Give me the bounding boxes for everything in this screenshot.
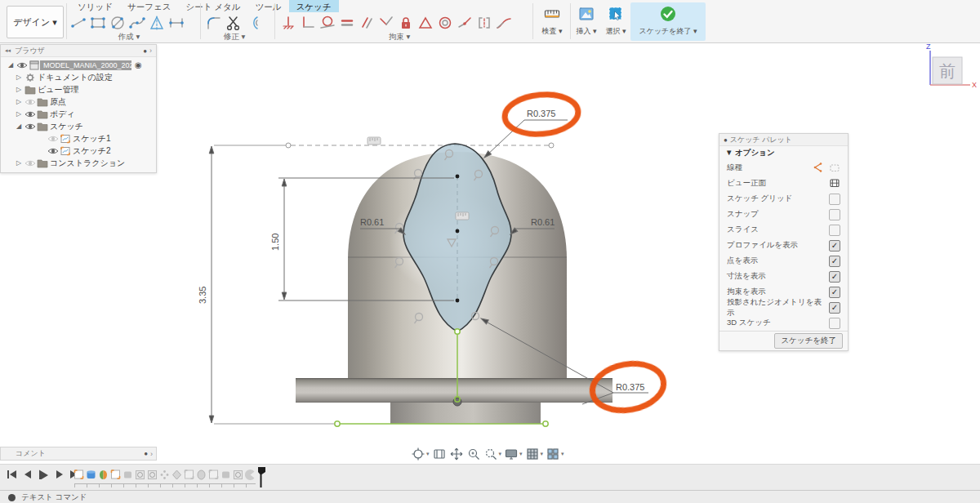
go-to-start-button[interactable] (7, 470, 17, 479)
timeline-feature-pattern-gray[interactable] (159, 469, 170, 481)
browser-panel-header[interactable]: ◂◂ ブラウザ ● › (1, 45, 156, 57)
circle-tool-icon[interactable] (108, 12, 127, 33)
スケッチ グリッド-checkbox[interactable] (829, 194, 840, 205)
coincident-tool-icon[interactable] (376, 12, 396, 33)
root-component-label[interactable]: MODEL_MANIA_2000_2021061'... (40, 60, 131, 70)
display-settings-dropdown-caret[interactable]: ▾ (519, 451, 523, 457)
timeline-feature-sketch[interactable] (74, 469, 84, 481)
eye-icon[interactable] (24, 122, 36, 131)
equal-tool-icon[interactable] (337, 12, 357, 33)
browser-item-スケッチ2[interactable]: スケッチ2 (1, 145, 156, 157)
pan-button[interactable] (449, 447, 464, 461)
browser-item-ビュー管理[interactable]: ▷ビュー管理 (1, 83, 156, 96)
text-command-icon[interactable] (8, 494, 16, 501)
panel-options-icon[interactable]: ● (724, 136, 728, 144)
select-button[interactable]: 選択 ▾ (601, 2, 630, 41)
dimension-badge[interactable] (368, 137, 381, 145)
timeline-playhead[interactable] (256, 467, 266, 487)
timeline-feature-sketch-gray[interactable] (184, 469, 194, 481)
spline-tool-icon[interactable] (127, 12, 147, 33)
dimension-tool-icon[interactable] (167, 12, 186, 33)
lock-tool-icon[interactable] (396, 12, 416, 33)
timeline-feature-circle-gray[interactable] (135, 469, 145, 481)
constrain-group-label[interactable]: 拘束 ▾ (389, 32, 410, 42)
collapsed-triangle-icon[interactable]: ▷ (14, 73, 24, 81)
construction-endpoint[interactable] (286, 143, 291, 148)
eye-off-icon[interactable] (24, 158, 36, 168)
点を表示-checkbox[interactable]: ✓ (829, 256, 840, 267)
collapsed-triangle-icon[interactable]: ▷ (14, 110, 24, 118)
timeline-feature-revolve-gray[interactable] (196, 469, 207, 481)
スナップ-checkbox[interactable] (829, 209, 840, 220)
timeline-feature-box-gray[interactable] (122, 469, 133, 481)
zoom-button[interactable] (466, 447, 481, 461)
options-section-header[interactable]: ▼ オプション (719, 146, 848, 160)
grid-settings-dropdown-caret[interactable]: ▾ (541, 451, 544, 457)
midpoint-tool-icon[interactable] (455, 12, 474, 33)
expanded-triangle-icon[interactable]: ◢ (14, 122, 24, 130)
collinear-tool-icon[interactable] (474, 12, 494, 33)
step-forward-button[interactable] (55, 470, 64, 479)
tab-ソリッド[interactable]: ソリッド (70, 0, 120, 12)
tab-スケッチ[interactable]: スケッチ (289, 0, 339, 12)
browser-item-ドキュメントの設定[interactable]: ▷ドキュメントの設定 (1, 71, 156, 83)
parallel-tool-icon[interactable] (357, 12, 376, 33)
construction-endpoint[interactable] (549, 143, 554, 148)
step-back-button[interactable] (23, 470, 32, 479)
eye-off-icon[interactable] (24, 97, 36, 107)
tab-サーフェス[interactable]: サーフェス (120, 0, 178, 12)
comments-panel-header[interactable]: コメント ● › (0, 447, 157, 461)
design-workspace-menu[interactable]: デザイン ▾ (7, 6, 64, 38)
orbit-button[interactable]: ▾ (411, 447, 430, 461)
display-settings-button[interactable]: ▾ (504, 447, 523, 461)
viewcube-face-label[interactable]: 前 (939, 62, 956, 80)
プロファイルを表示-checkbox[interactable]: ✓ (829, 240, 840, 252)
tab-シート メタル[interactable]: シート メタル (178, 0, 247, 12)
browser-item-スケッチ1[interactable]: スケッチ1 (1, 132, 156, 145)
browser-item-コンストラクション[interactable]: ▷コンストラクション (1, 157, 156, 169)
offset-tool-icon[interactable] (243, 12, 263, 33)
viewports-button[interactable]: ▾ (546, 447, 564, 461)
browser-root-row[interactable]: ◢ MODEL_MANIA_2000_2021061'... ◉ (1, 59, 156, 71)
curvature-tool-icon[interactable] (494, 12, 514, 33)
timeline-feature-fillet-gray[interactable] (172, 469, 182, 481)
perpendicular-tool-icon[interactable] (298, 12, 318, 33)
eye-icon[interactable] (47, 146, 59, 156)
eye-icon[interactable] (24, 109, 36, 119)
collapsed-triangle-icon[interactable]: ▷ (14, 86, 24, 93)
viewcube[interactable]: Z X 前 (920, 39, 980, 91)
browser-item-ボディ[interactable]: ▷ボディ (1, 108, 156, 120)
mirror-tool-icon[interactable] (147, 12, 167, 33)
timeline-feature-circle-gray[interactable] (233, 469, 243, 481)
collapsed-triangle-icon[interactable]: ▷ (14, 98, 24, 105)
construction-line-icon[interactable] (813, 162, 824, 174)
tangent-tool-icon[interactable] (318, 12, 337, 33)
finish-sketch-button[interactable]: スケッチを終了 ▾ (630, 2, 706, 41)
dimension-badge[interactable] (456, 212, 469, 220)
modify-group-label[interactable]: 修正 ▾ (224, 32, 245, 42)
create-group-label[interactable]: 作成 ▾ (118, 32, 140, 42)
timeline-feature-sketch[interactable] (110, 469, 121, 481)
timeline-feature-extrude[interactable] (86, 469, 96, 481)
panel-options-icon[interactable]: ● (143, 47, 147, 55)
timeline-feature-shell-gray[interactable] (245, 469, 256, 481)
timeline-feature-revolve[interactable] (98, 469, 109, 481)
collapsed-triangle-icon[interactable]: ▷ (14, 159, 24, 167)
timeline-feature-circle-gray[interactable] (147, 469, 158, 481)
tab-ツール[interactable]: ツール (248, 0, 289, 12)
panel-options-icon[interactable]: ● (144, 450, 148, 457)
sketch-palette-header[interactable]: ● スケッチ パレット (719, 134, 848, 146)
投影されたジオメトリを表示-checkbox[interactable]: ✓ (829, 302, 840, 314)
symmetry-tool-icon[interactable] (416, 12, 435, 33)
viewports-dropdown-caret[interactable]: ▾ (561, 451, 564, 457)
fit-button[interactable]: ▾ (483, 447, 502, 461)
browser-item-スケッチ[interactable]: ◢スケッチ (1, 120, 156, 132)
timeline-feature-sketch-gray[interactable] (208, 469, 219, 481)
eye-icon[interactable] (16, 60, 28, 70)
look-at-view-icon[interactable] (829, 178, 840, 189)
activate-component-icon[interactable]: ◉ (135, 60, 142, 69)
insert-button[interactable]: 挿入 ▾ (572, 2, 600, 41)
concentric-tool-icon[interactable] (435, 12, 455, 33)
grid-settings-button[interactable]: ▾ (525, 447, 544, 461)
browser-item-原点[interactable]: ▷原点 (1, 96, 156, 108)
